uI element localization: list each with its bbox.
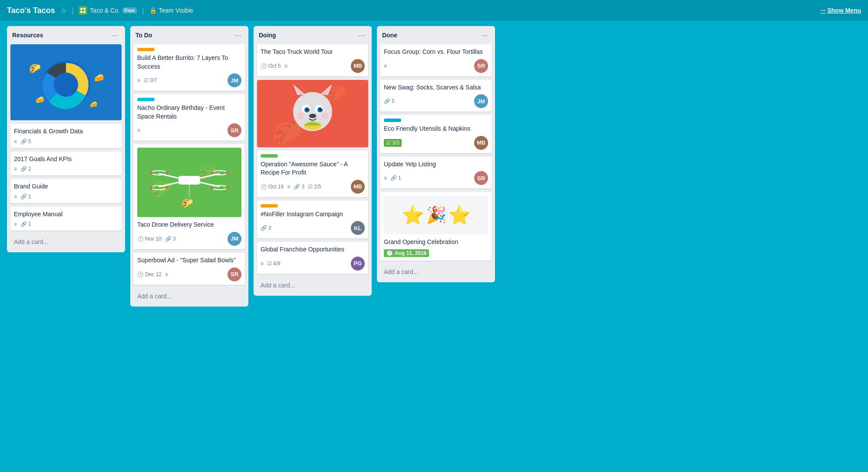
card-awesome-sauce[interactable]: Operation "Awesome Sauce" - A Recipe For… bbox=[257, 151, 368, 197]
wolf-image: 🌮 🌮 bbox=[257, 80, 368, 147]
card-title: Employee Manual bbox=[14, 210, 118, 219]
card-title: Taco Drone Delivery Service bbox=[137, 221, 241, 229]
star-icon[interactable]: ☆ bbox=[60, 7, 66, 15]
card-superbowl[interactable]: Superbowl Ad - "Super Salad Bowls" 🕐 Dec… bbox=[134, 253, 245, 285]
svg-rect-1 bbox=[83, 8, 86, 10]
avatar: SR bbox=[474, 171, 488, 185]
card-title: Nacho Ordinary Birthday - Event Space Re… bbox=[137, 104, 241, 121]
svg-point-27 bbox=[165, 186, 168, 189]
add-card-done[interactable]: Add a card... bbox=[380, 266, 492, 278]
avatar-img: JM bbox=[228, 73, 241, 87]
attachments-meta: 🔗 3 bbox=[165, 236, 176, 242]
card-franchise[interactable]: Global Franchise Opportunities ≡ ☑ 4/9 P… bbox=[257, 242, 368, 274]
desc-icon: ≡ bbox=[261, 261, 264, 267]
desc-icon: ≡ bbox=[14, 166, 17, 172]
column-title-resources: Resources bbox=[12, 32, 43, 39]
avatar: SR bbox=[474, 59, 488, 73]
card-title: Superbowl Ad - "Super Salad Bowls" bbox=[137, 256, 241, 265]
avatar-img: MB bbox=[474, 136, 488, 150]
svg-point-24 bbox=[211, 172, 214, 174]
avatar: MB bbox=[351, 180, 365, 194]
svg-point-51 bbox=[321, 112, 328, 119]
svg-point-23 bbox=[165, 172, 168, 174]
avatar-img: MB bbox=[351, 59, 365, 73]
card-nacho-birthday[interactable]: Nacho Ordinary Birthday - Event Space Re… bbox=[134, 94, 245, 141]
avatar-img: SR bbox=[474, 171, 488, 185]
attachments-meta: 🔗 3 bbox=[294, 184, 304, 190]
visibility-selector[interactable]: 🔒 Team Visible bbox=[149, 7, 193, 14]
svg-rect-0 bbox=[80, 8, 83, 10]
add-card-resources[interactable]: Add a card... bbox=[10, 236, 122, 248]
card-title: 2017 Goals And KPIs bbox=[14, 155, 118, 164]
card-taco-truck-tour[interactable]: The Taco Truck World Tour 🕐 Oct 5 ≡ MB bbox=[257, 44, 368, 76]
clock-icon: 🕐 bbox=[137, 271, 144, 277]
avatar: SR bbox=[228, 123, 241, 137]
date-meta: 🕐 Nov 10 bbox=[137, 236, 162, 242]
card-grand-opening[interactable]: ⭐ 🎉 ⭐ Grand Opening Celebration 🕐 Aug 11… bbox=[380, 192, 492, 261]
card-taco-truck-image-card[interactable]: 🌮 🌮 bbox=[257, 80, 368, 147]
add-card-doing[interactable]: Add a card... bbox=[257, 279, 368, 291]
column-menu-todo[interactable]: ··· bbox=[233, 30, 243, 40]
card-instagram[interactable]: #NoFiller Instagram Campaign 🔗 3 KL bbox=[257, 201, 368, 239]
avatar: JM bbox=[228, 232, 241, 246]
column-menu-done[interactable]: ··· bbox=[480, 30, 490, 40]
card-label-cyan bbox=[137, 98, 155, 101]
avatar-img: KL bbox=[351, 221, 365, 235]
clock-icon: 🕐 bbox=[386, 250, 393, 256]
drone-image: 🌮 🌮 bbox=[137, 148, 241, 217]
svg-text:🌮: 🌮 bbox=[182, 197, 194, 209]
avatar: JM bbox=[474, 94, 488, 108]
desc-icon: ≡ bbox=[384, 63, 387, 69]
svg-point-50 bbox=[297, 112, 304, 119]
paperclip-icon: 🔗 bbox=[20, 139, 27, 145]
svg-text:🌮: 🌮 bbox=[29, 63, 41, 74]
desc-icon: ≡ bbox=[287, 184, 290, 190]
card-eco-utensils[interactable]: Eco Friendly Utensils & Napkins ☑ 3/3 MB bbox=[380, 115, 492, 153]
desc-icon: ≡ bbox=[137, 127, 140, 133]
column-menu-doing[interactable]: ··· bbox=[356, 30, 366, 40]
paperclip-icon: 🔗 bbox=[20, 221, 27, 227]
column-menu-resources[interactable]: ··· bbox=[110, 30, 120, 40]
avatar-img: SR bbox=[228, 123, 241, 137]
paperclip-icon: 🔗 bbox=[384, 98, 390, 104]
avatar: SR bbox=[228, 267, 241, 281]
board-title[interactable]: Taco's Tacos bbox=[7, 6, 55, 15]
svg-point-47 bbox=[321, 108, 322, 109]
check-icon: ☑ bbox=[144, 77, 149, 83]
column-title-todo: To Do bbox=[135, 32, 152, 39]
avatar-img: SR bbox=[228, 267, 241, 281]
paperclip-icon: 🔗 bbox=[20, 166, 27, 172]
checklist-meta: ☑ 2/5 bbox=[308, 184, 321, 190]
checklist-badge-green: ☑ 3/3 bbox=[384, 139, 402, 147]
avatar: KL bbox=[351, 221, 365, 235]
card-label-orange bbox=[261, 204, 278, 208]
svg-rect-2 bbox=[80, 11, 83, 13]
paperclip-icon: 🔗 bbox=[294, 184, 300, 190]
show-menu-button[interactable]: ··· Show Menu bbox=[821, 7, 861, 14]
workspace-selector[interactable]: Taco & Co. Free bbox=[79, 6, 137, 15]
card-new-swag[interactable]: New Swag: Socks, Scarves & Salsa 🔗 5 JM bbox=[380, 80, 492, 112]
card-update-yelp[interactable]: Update Yelp Listing ≡ 🔗 1 SR bbox=[380, 157, 492, 189]
card-title: Build A Better Burrito: 7 Layers To Succ… bbox=[137, 54, 241, 71]
svg-text:🧀: 🧀 bbox=[90, 101, 98, 108]
paperclip-icon: 🔗 bbox=[390, 175, 397, 181]
avatar: PG bbox=[351, 257, 365, 271]
workspace-name: Taco & Co. bbox=[90, 7, 119, 14]
card-taco-drone[interactable]: 🌮 🌮 bbox=[134, 144, 245, 249]
svg-point-46 bbox=[308, 108, 309, 109]
card-employee-manual[interactable]: Employee Manual ≡ 🔗 1 bbox=[10, 207, 122, 231]
card-build-burrito[interactable]: Build A Better Burrito: 7 Layers To Succ… bbox=[134, 44, 245, 91]
header-right: ··· Show Menu bbox=[821, 7, 861, 14]
card-focus-group[interactable]: Focus Group: Corn vs. Flour Tortillas ≡ … bbox=[380, 44, 492, 76]
check-icon: ☑ bbox=[308, 184, 313, 190]
column-title-done: Done bbox=[382, 32, 397, 39]
card-goals[interactable]: 2017 Goals And KPIs ≡ 🔗 2 bbox=[10, 152, 122, 176]
clock-icon: 🕐 bbox=[261, 63, 267, 69]
svg-text:🌮: 🌮 bbox=[198, 164, 217, 182]
column-header-doing: Doing ··· bbox=[257, 30, 368, 40]
card-brand-guide[interactable]: Brand Guide ≡ 🔗 1 bbox=[10, 179, 122, 203]
avatar-img: JM bbox=[228, 232, 241, 246]
card-financials[interactable]: Financials & Growth Data ≡ 🔗 5 bbox=[10, 124, 122, 148]
avatar-img: PG bbox=[351, 257, 365, 271]
add-card-todo[interactable]: Add a card... bbox=[134, 290, 245, 302]
